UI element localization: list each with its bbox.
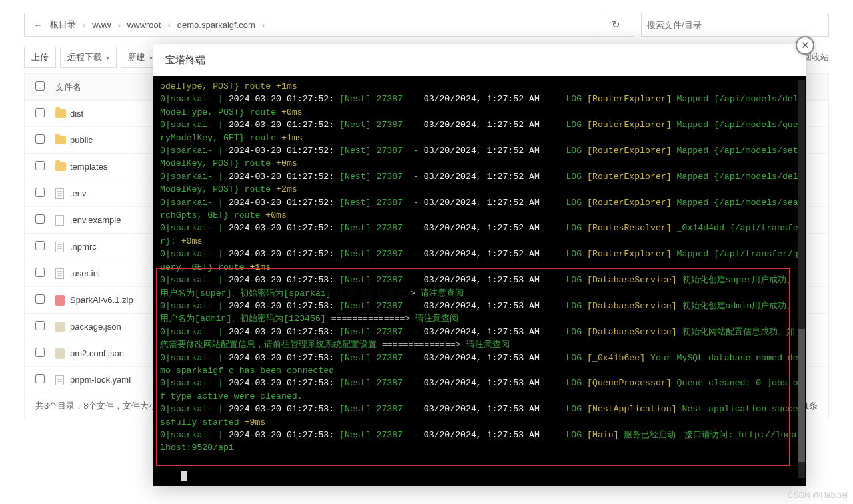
folder-icon: [55, 162, 66, 171]
row-checkbox[interactable]: [35, 108, 45, 117]
terminal-line: 0|sparkai- | 2024-03-20 01:27:52: [Nest]…: [160, 248, 800, 274]
upload-button[interactable]: 上传: [24, 47, 56, 68]
row-checkbox[interactable]: [35, 214, 45, 224]
zip-icon: [55, 295, 65, 306]
chevron-right-icon: ›: [115, 20, 123, 30]
breadcrumb-bar: ← 根目录›www›wwwroot›demo.sparkaigf.com› ↻: [0, 9, 853, 40]
folder-icon: [55, 109, 66, 118]
cursor: [181, 471, 187, 481]
terminal-line: 0|sparkai- | 2024-03-20 01:27:52: [Nest]…: [160, 119, 800, 144]
terminal-line: 0|sparkai- | 2024-03-20 01:27:53: [Nest]…: [160, 352, 800, 378]
close-button[interactable]: ✕: [796, 36, 814, 55]
remote-download-button[interactable]: 远程下载: [60, 47, 117, 68]
row-checkbox[interactable]: [35, 294, 45, 304]
file-icon: [55, 375, 64, 385]
terminal-line: 0|sparkai- | 2024-03-20 01:27:52: [Nest]…: [160, 196, 800, 222]
terminal-line: 0|sparkai- | 2024-03-20 01:27:53: [Nest]…: [160, 274, 800, 300]
folder-icon: [55, 136, 66, 144]
refresh-button[interactable]: ↻: [602, 13, 630, 36]
file-icon: [55, 215, 64, 226]
terminal-line: 0|sparkai- | 2024-03-20 01:27:53: [Nest]…: [160, 429, 800, 455]
row-checkbox[interactable]: [35, 134, 45, 144]
terminal-modal: ✕ 宝塔终端 odelType, POST} route +1ms0|spark…: [153, 44, 806, 486]
terminal-line: 0|sparkai- | 2024-03-20 01:27:53: [Nest]…: [160, 377, 800, 403]
terminal-line: 0|sparkai- | 2024-03-20 01:27:52: [Nest]…: [160, 170, 800, 196]
select-all-checkbox[interactable]: [35, 81, 45, 91]
terminal-output[interactable]: odelType, POST} route +1ms0|sparkai- | 2…: [153, 76, 806, 486]
breadcrumb-segment[interactable]: 根目录: [47, 19, 79, 31]
json-icon: [55, 348, 65, 359]
terminal-line: 0|sparkai- | 2024-03-20 01:27:53: [Nest]…: [160, 300, 800, 326]
breadcrumb-box: ← 根目录›www›wwwroot›demo.sparkaigf.com› ↻: [24, 13, 634, 37]
row-checkbox[interactable]: [35, 268, 45, 277]
breadcrumb-segment[interactable]: www: [89, 20, 113, 30]
terminal-line: 0|sparkai- | 2024-03-20 01:27:53: [Nest]…: [160, 326, 800, 352]
breadcrumb-path: 根目录›www›wwwroot›demo.sparkaigf.com›: [47, 19, 267, 31]
row-checkbox[interactable]: [35, 348, 45, 357]
breadcrumb-segment[interactable]: wwwroot: [125, 20, 164, 30]
terminal-line: 0|sparkai- | 2024-03-20 01:27:52: [Nest]…: [160, 93, 800, 119]
search-box[interactable]: [641, 13, 829, 37]
back-button[interactable]: ←: [29, 20, 47, 30]
watermark: CSDN @Habibei: [788, 491, 848, 500]
chevron-right-icon: ›: [80, 20, 88, 30]
search-input[interactable]: [647, 20, 823, 30]
row-checkbox[interactable]: [35, 241, 45, 250]
footer-summary: 共3个目录，8个文件，文件大小: [35, 400, 157, 412]
file-icon: [55, 188, 64, 199]
terminal-line: 0|sparkai- | 2024-03-20 01:27:52: [Nest]…: [160, 144, 800, 170]
chevron-right-icon: ›: [259, 20, 267, 30]
row-checkbox[interactable]: [35, 161, 45, 170]
chevron-right-icon: ›: [165, 20, 173, 30]
terminal-line: 0|sparkai- | 2024-03-20 01:27:53: [Nest]…: [160, 403, 800, 429]
row-checkbox[interactable]: [35, 321, 45, 330]
row-checkbox[interactable]: [35, 374, 45, 383]
json-icon: [55, 322, 65, 332]
breadcrumb-segment[interactable]: demo.sparkaigf.com: [175, 20, 258, 30]
modal-title: 宝塔终端: [153, 44, 806, 76]
file-icon: [55, 242, 64, 252]
scrollbar-thumb[interactable]: [798, 329, 805, 462]
file-icon: [55, 268, 64, 279]
terminal-line: 0|sparkai- | 2024-03-20 01:27:52: [Nest]…: [160, 222, 800, 248]
terminal-line: odelType, POST} route +1ms: [160, 80, 800, 93]
row-checkbox[interactable]: [35, 188, 45, 197]
